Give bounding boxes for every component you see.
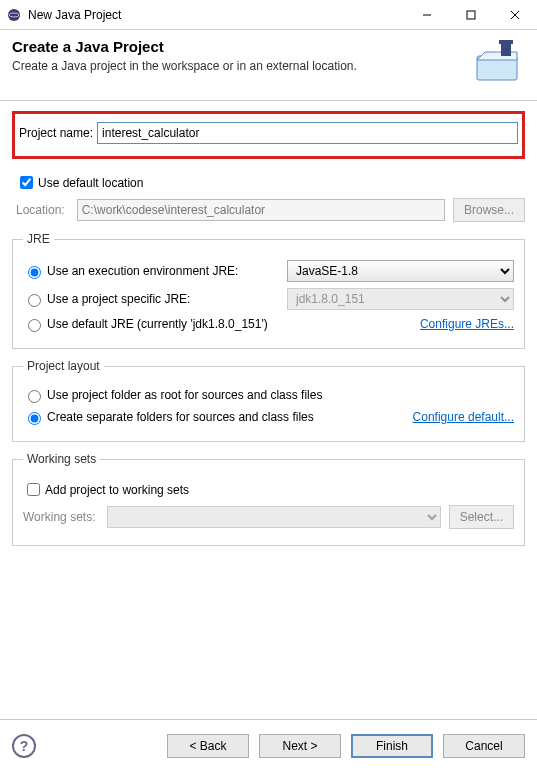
- project-name-label: Project name:: [19, 126, 93, 140]
- working-sets-group: Working sets Add project to working sets…: [12, 452, 525, 546]
- project-name-input[interactable]: [97, 122, 518, 144]
- project-layout-group: Project layout Use project folder as roo…: [12, 359, 525, 442]
- project-layout-legend: Project layout: [23, 359, 104, 373]
- jre-group: JRE Use an execution environment JRE: Ja…: [12, 232, 525, 349]
- svg-point-0: [8, 9, 20, 21]
- layout-separate-radio[interactable]: [28, 412, 41, 425]
- jre-project-specific-label: Use a project specific JRE:: [47, 292, 287, 306]
- jre-default-label: Use default JRE (currently 'jdk1.8.0_151…: [47, 317, 268, 331]
- configure-jres-link[interactable]: Configure JREs...: [420, 317, 514, 331]
- back-button[interactable]: < Back: [167, 734, 249, 758]
- minimize-button[interactable]: [405, 0, 449, 30]
- working-sets-select-button: Select...: [449, 505, 514, 529]
- working-sets-label: Working sets:: [23, 510, 95, 524]
- page-title: Create a Java Project: [12, 38, 469, 55]
- close-button[interactable]: [493, 0, 537, 30]
- use-default-location-label: Use default location: [38, 176, 143, 190]
- window-titlebar: New Java Project: [0, 0, 537, 30]
- layout-separate-label: Create separate folders for sources and …: [47, 410, 314, 424]
- window-title: New Java Project: [28, 8, 405, 22]
- svg-rect-7: [501, 42, 511, 56]
- jre-exec-env-radio[interactable]: [28, 266, 41, 279]
- add-working-sets-checkbox[interactable]: [27, 483, 40, 496]
- project-name-highlight: Project name:: [12, 111, 525, 159]
- wizard-footer: ? < Back Next > Finish Cancel: [0, 719, 537, 771]
- working-sets-select: [107, 506, 440, 528]
- help-button[interactable]: ?: [12, 734, 36, 758]
- layout-root-label: Use project folder as root for sources a…: [47, 388, 322, 402]
- svg-rect-8: [499, 40, 513, 44]
- jre-exec-env-label: Use an execution environment JRE:: [47, 264, 287, 278]
- eclipse-icon: [6, 7, 22, 23]
- jre-default-radio[interactable]: [28, 319, 41, 332]
- jre-exec-env-select[interactable]: JavaSE-1.8: [287, 260, 514, 282]
- location-label: Location:: [16, 203, 65, 217]
- location-input: [77, 199, 445, 221]
- jre-project-specific-select: jdk1.8.0_151: [287, 288, 514, 310]
- layout-root-radio[interactable]: [28, 390, 41, 403]
- add-working-sets-label: Add project to working sets: [45, 483, 189, 497]
- folder-wizard-icon: [469, 38, 525, 86]
- next-button[interactable]: Next >: [259, 734, 341, 758]
- working-sets-legend: Working sets: [23, 452, 100, 466]
- configure-default-link[interactable]: Configure default...: [413, 410, 514, 424]
- browse-button: Browse...: [453, 198, 525, 222]
- use-default-location-checkbox[interactable]: [20, 176, 33, 189]
- cancel-button[interactable]: Cancel: [443, 734, 525, 758]
- finish-button[interactable]: Finish: [351, 734, 433, 758]
- svg-rect-3: [467, 11, 475, 19]
- page-subtitle: Create a Java project in the workspace o…: [12, 59, 469, 73]
- jre-project-specific-radio[interactable]: [28, 294, 41, 307]
- jre-legend: JRE: [23, 232, 54, 246]
- maximize-button[interactable]: [449, 0, 493, 30]
- wizard-header: Create a Java Project Create a Java proj…: [0, 30, 537, 101]
